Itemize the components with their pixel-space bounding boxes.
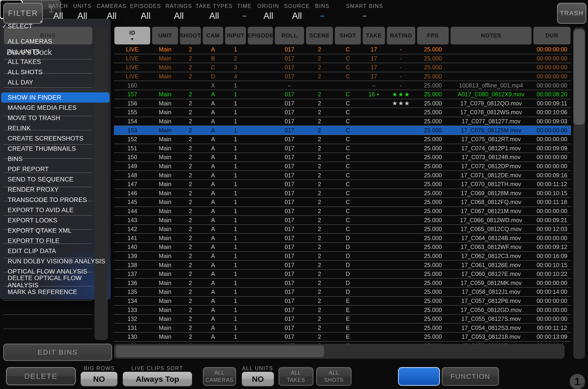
clip-row[interactable]: LIVE Main 2 A 1 017 2 C 17● - 25.000 00:… [114,45,571,54]
big-rows-toggle[interactable]: NO [81,372,118,386]
clip-row[interactable]: 133 Main 2 A 1 017 2 E ● 25.000 17_C056_… [114,305,571,315]
context-menu-item[interactable]: ✓ EXPORT QTAKE XML [0,226,111,236]
filter-item[interactable]: SOURCE All [284,3,310,21]
context-menu-item[interactable]: ✓ SEND TO SEQUENCE [0,174,111,185]
column-header[interactable]: TAKE ▼ [363,27,385,44]
primary-action-button-partial[interactable] [398,367,440,386]
clip-row[interactable]: 157 Main 2 A 1 017 2 C 16● ★★★ 25.000 A0… [114,90,571,99]
clip-row[interactable]: 141 Main 2 A 1 017 2 D ● 25.000 17_C064_… [114,234,571,243]
clip-row[interactable]: LIVE Main 2 D 4 017 2 C 17● - 25.000 00:… [114,72,571,81]
context-menu-item[interactable]: ✓ MOVE TO TRASH [0,113,111,123]
column-header[interactable]: FPS ▼ [417,27,449,44]
context-menu-item[interactable]: ✓ DELETE OPTICAL FLOW ANALYSIS [0,277,111,287]
context-menu-item[interactable]: ✓ CREATE SCREENSHOTS [0,133,111,144]
clip-row[interactable]: 144 Main 2 A 1 017 2 C ● 25.000 17_C067_… [114,207,571,216]
clip-row[interactable]: 160 X 1 – –● - 25.000 100813_offline_001… [114,81,571,90]
context-menu-item[interactable]: ✓ CREATE THUMBNAILS [0,144,111,154]
trash-button[interactable]: TRASH [557,3,586,24]
column-header[interactable]: ID ▼ [114,27,150,44]
clip-row[interactable]: 137 Main 2 A 1 017 2 D ● 25.000 17_C060_… [114,270,571,279]
filter-item[interactable]: PATCH All [48,3,68,21]
context-menu-item[interactable]: ✓ RUN DOLBY VISION® ANALYSIS [0,256,111,266]
all-cameras-button[interactable]: ALL CAMERAS [203,367,236,386]
clip-row[interactable]: 132 Main 2 A 1 017 2 E ● 25.000 17_C055_… [114,315,571,324]
context-menu-item[interactable]: ✓ RENDER PROXY [0,185,111,195]
column-header[interactable]: NOTES ▼ [451,27,531,44]
clip-row[interactable]: 147 Main 2 A 1 017 2 C ● 25.000 17_C070_… [114,180,571,189]
context-menu-item[interactable]: ✓ RELINK [0,123,111,133]
clip-row[interactable]: 152 Main 2 A 1 017 2 C ● 25.000 17_C075_… [114,135,571,144]
clip-row[interactable]: LIVE Main 2 B 2 017 2 C 17● - 25.000 00:… [114,54,571,63]
clip-row[interactable]: 135 Main 2 A 1 017 2 D ● 25.000 17_C058_… [114,288,571,297]
filter-item[interactable]: RATINGS All [166,3,192,21]
context-menu-item[interactable]: ✓ MANAGE MEDIA FILES [0,103,111,113]
clip-row[interactable]: 150 Main 2 A 1 017 2 C ● 25.000 17_C073_… [114,153,571,162]
context-menu-item[interactable]: ✓ EXPORT TO FILE [0,236,111,246]
function-button[interactable]: FUNCTION [442,367,499,386]
context-menu-item[interactable]: ✓ SELECT [0,21,111,32]
filter-item[interactable]: TAKE TYPES All [196,3,233,21]
horizontal-scrollbar-thumb[interactable] [116,346,324,357]
vertical-scrollbar-thumb[interactable] [573,29,585,125]
clip-row[interactable]: 140 Main 2 A 1 017 2 D ● 25.000 17_C063_… [114,243,571,252]
clip-row[interactable]: 136 Main 2 A 1 017 2 D ● 25.000 17_C059_… [114,279,571,288]
column-header[interactable]: UNIT ▼ [152,27,178,44]
context-menu-item[interactable]: ✓ ALL UNITS [0,47,111,57]
context-menu-item[interactable]: ✓ EDIT CLIP DATA [0,246,111,256]
clip-row[interactable]: 155 Main 2 A 1 017 2 C ● 25.000 17_C078_… [114,108,571,117]
clip-row[interactable]: 154 Main 2 A 1 017 2 C ● 25.000 17_C077_… [114,117,571,126]
filter-item[interactable]: CAMERAS All [97,3,126,21]
column-header[interactable]: INPUT ▼ [225,27,246,44]
column-header[interactable]: SHOT ▼ [335,27,361,44]
context-menu-item[interactable]: ✓ MARK AS REFERENCE [0,287,111,297]
context-menu-item[interactable]: ✓ ALL DAY [0,77,111,88]
clip-row[interactable]: 142 Main 2 A 1 017 2 C ● 25.000 17_C065_… [114,225,571,234]
clip-row[interactable]: 149 Main 2 A 1 017 2 C ● 25.000 17_C072_… [114,162,571,171]
clip-row[interactable]: 129 Main 2 A 1 017 2 E ● 25.000 17_C052_… [114,342,571,344]
bin-list-item[interactable] [3,301,92,315]
context-menu-item[interactable]: ✓ EXPORT TO AVID ALE [0,205,111,215]
delete-button[interactable]: DELETE [6,367,76,385]
filter-item[interactable]: SMART BINS – [346,3,383,20]
context-menu-item[interactable]: ✓ ALL TAKES [0,57,111,67]
column-header[interactable]: EPISODE ▼ [248,27,273,44]
all-takes-button[interactable]: ALL TAKES [279,367,313,386]
clip-row[interactable]: 151 Main 2 A 1 017 2 C ● 25.000 17_C074_… [114,144,571,153]
context-menu-item[interactable]: ✓ PDF REPORT [0,164,111,174]
clip-row[interactable]: 146 Main 2 A 1 017 2 C ● 25.000 17_C069_… [114,189,571,198]
clip-row[interactable]: 156 Main 2 A 1 017 2 C ● ★★★ 25.000 17_C… [114,99,571,108]
clip-row[interactable]: 143 Main 2 A 1 017 2 C ● 25.000 17_C066_… [114,216,571,225]
all-units-toggle[interactable]: NO [242,372,274,386]
context-menu-item[interactable]: ✓ TRANSCODE TO PRORES [0,195,111,205]
column-header[interactable]: SHOOT ▼ [180,27,201,44]
filter-item[interactable]: BINS – [315,3,329,20]
bin-list-item[interactable] [3,315,92,329]
column-header[interactable]: ROLL ▼ [275,27,304,44]
clip-row[interactable]: 130 Main 2 A 1 017 2 E ● 25.000 17_C053_… [114,332,571,342]
context-menu-item[interactable]: ✓ ALL SHOTS [0,67,111,77]
column-header[interactable]: SCENE ▼ [306,27,333,44]
column-header[interactable]: RATING ▼ [387,27,415,44]
clip-row[interactable]: 131 Main 2 A 1 017 2 E ● 25.000 17_C054_… [114,324,571,332]
edit-bins-button[interactable]: EDIT BINS [3,344,112,361]
clip-row[interactable]: 139 Main 2 A 1 017 2 D ● 25.000 17_C062_… [114,252,571,261]
live-clips-sort-toggle[interactable]: Always Top [123,372,192,386]
column-header[interactable]: CAM ▼ [203,27,223,44]
clip-row[interactable]: 138 Main 2 A 1 017 2 D ● 25.000 17_C061_… [114,260,571,270]
context-menu-item[interactable]: ✓ BINS [0,154,111,164]
clip-row[interactable]: 148 Main 2 A 1 017 2 C ● 25.000 17_C071_… [114,171,571,180]
filter-item[interactable]: EPISODES All [130,3,161,21]
filter-item[interactable]: UNITS All [73,3,92,21]
clip-row[interactable]: LIVE Main 2 C 3 017 2 C 17● - 25.000 00:… [114,63,571,72]
clip-row[interactable]: 145 Main 2 A 1 017 2 C ● 25.000 17_C068_… [114,198,571,207]
context-menu-item[interactable]: ✓ SHOW IN FINDER [1,92,110,103]
column-header[interactable]: DUR ▼ [533,27,571,44]
all-shots-button[interactable]: ALL SHOTS [316,367,352,386]
clip-row[interactable]: 134 Main 2 A 1 017 2 E ● 25.000 17_C057_… [114,297,571,306]
filter-item[interactable]: ORIGIN All [257,3,279,21]
context-menu-item[interactable]: ✓ EXPORT LOOKS [0,215,111,226]
filter-item[interactable]: TIME – [237,3,252,20]
context-menu-item[interactable]: ✓ ALL CAMERAS [0,36,111,47]
cell-notes [451,54,531,63]
clip-row[interactable]: 153 Main 2 A 1 017 2 C ● 25.000 17_C076_… [114,126,571,135]
